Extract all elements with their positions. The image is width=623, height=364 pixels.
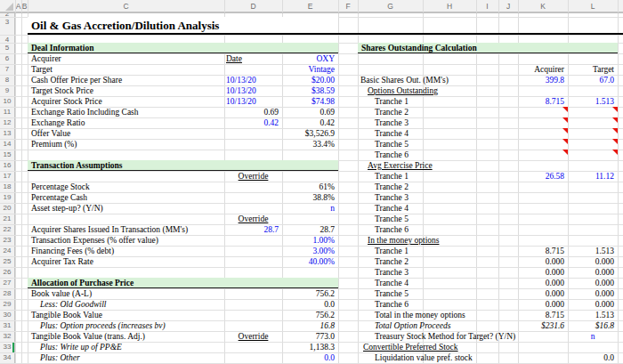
- cell-E31[interactable]: 16.8: [282, 320, 338, 331]
- cell-G32[interactable]: Treasury Stock Method for Target? (Y/N): [358, 331, 518, 342]
- row-header-31[interactable]: 31: [0, 320, 14, 331]
- cell-K27[interactable]: 0.000: [518, 278, 568, 288]
- cell-G12[interactable]: Tranche 3: [358, 117, 518, 128]
- cell-E22[interactable]: 28.7: [282, 224, 338, 235]
- cell-C18[interactable]: Percentage Stock: [28, 182, 224, 192]
- cell-L14[interactable]: [568, 139, 618, 150]
- cell-G9[interactable]: Options Outstanding: [358, 85, 518, 96]
- cell-G10[interactable]: Tranche 1: [358, 96, 518, 107]
- cell-K7[interactable]: Acquirer: [518, 64, 568, 75]
- col-header-K[interactable]: K: [518, 0, 568, 12]
- row-header-17[interactable]: 17: [0, 171, 14, 182]
- cell-K13[interactable]: [518, 128, 568, 139]
- row-header-23[interactable]: 23: [0, 235, 14, 246]
- cell-E24[interactable]: 3.00%: [282, 246, 338, 256]
- row-header-25[interactable]: 25: [0, 256, 14, 267]
- cell-G8[interactable]: Basic Shares Out. (MM's): [358, 75, 518, 85]
- cell-C20[interactable]: Asset step-up? (Y/N): [28, 203, 224, 214]
- col-header-J[interactable]: J: [498, 0, 518, 12]
- cell-L10[interactable]: 1.513: [568, 96, 618, 107]
- row-header-21[interactable]: 21: [0, 214, 14, 224]
- cell-C34[interactable]: Plus: Other: [28, 352, 224, 363]
- cell-G24[interactable]: Tranche 1: [358, 246, 518, 256]
- row-header-15[interactable]: 15: [0, 150, 14, 160]
- cell-D9[interactable]: 10/13/20: [224, 85, 282, 96]
- row-header-14[interactable]: 14: [0, 139, 14, 150]
- cell-E7[interactable]: Vintage: [282, 64, 338, 75]
- cell-L31[interactable]: $16.8: [568, 320, 618, 331]
- cell-C32[interactable]: Tangible Book Value (trans. Adj.): [28, 331, 224, 342]
- cell-E9[interactable]: $38.59: [282, 85, 338, 96]
- row-header-13[interactable]: 13: [0, 128, 14, 139]
- cell-K11[interactable]: [518, 107, 568, 117]
- cell-E12[interactable]: 0.42: [282, 117, 338, 128]
- cell-C25[interactable]: Acquirer Tax Rate: [28, 256, 224, 267]
- row-header-8[interactable]: 8: [0, 75, 14, 85]
- cell-G25[interactable]: Tranche 2: [358, 256, 518, 267]
- cell-D10[interactable]: 10/13/20: [224, 96, 282, 107]
- cell-L34[interactable]: 0.0: [568, 352, 618, 363]
- cell-L7[interactable]: Target: [568, 64, 618, 75]
- cell-K25[interactable]: 0.000: [518, 256, 568, 267]
- cell-G16[interactable]: Avg Exercise Price: [358, 160, 518, 171]
- cell-D22[interactable]: 28.7: [224, 224, 282, 235]
- section-header-5[interactable]: Shares Outstanding Calculation: [358, 43, 618, 53]
- cell-E11[interactable]: 0.69: [282, 107, 338, 117]
- row-header-28[interactable]: 28: [0, 288, 14, 299]
- cell-L25[interactable]: 0.000: [568, 256, 618, 267]
- cell-C14[interactable]: Premium (%): [28, 139, 224, 150]
- cell-E30[interactable]: 756.2: [282, 310, 338, 320]
- cell-L11[interactable]: [568, 107, 618, 117]
- cell-E25[interactable]: 40.00%: [282, 256, 338, 267]
- row-header-3[interactable]: 3: [0, 17, 14, 35]
- cell-K17[interactable]: 26.58: [518, 171, 568, 182]
- cell-C30[interactable]: Tangible Book Value: [28, 310, 224, 320]
- cell-E19[interactable]: 38.8%: [282, 192, 338, 203]
- row-header-26[interactable]: 26: [0, 267, 14, 278]
- col-header-C[interactable]: C: [28, 0, 224, 12]
- cell-E14[interactable]: 33.4%: [282, 139, 338, 150]
- row-header-4[interactable]: 4: [0, 35, 14, 43]
- cell-G14[interactable]: Tranche 5: [358, 139, 518, 150]
- row-header-11[interactable]: 11: [0, 107, 14, 117]
- row-header-10[interactable]: 10: [0, 96, 14, 107]
- cell-G26[interactable]: Tranche 3: [358, 267, 518, 278]
- cell-D11[interactable]: 0.69: [224, 107, 282, 117]
- cell-G20[interactable]: Tranche 4: [358, 203, 518, 214]
- cell-G30[interactable]: Total in the money options: [358, 310, 518, 320]
- cell-G22[interactable]: Tranche 6: [358, 224, 518, 235]
- row-header-12[interactable]: 12: [0, 117, 14, 128]
- cell-L12[interactable]: [568, 117, 618, 128]
- col-header-I[interactable]: I: [476, 0, 498, 12]
- cell-K15[interactable]: [518, 150, 568, 160]
- cell-G18[interactable]: Tranche 2: [358, 182, 518, 192]
- cell-C7[interactable]: Target: [28, 64, 224, 75]
- cell-L32[interactable]: n: [568, 331, 618, 342]
- cell-G19[interactable]: Tranche 3: [358, 192, 518, 203]
- cell-L26[interactable]: 0.000: [568, 267, 618, 278]
- cell-C10[interactable]: Acquirer Stock Price: [28, 96, 224, 107]
- cell-G17[interactable]: Tranche 1: [358, 171, 518, 182]
- cell-C12[interactable]: Exchange Ratio: [28, 117, 224, 128]
- col-header-H[interactable]: H: [423, 0, 476, 12]
- cell-E23[interactable]: 1.00%: [282, 235, 338, 246]
- cell-E28[interactable]: 756.2: [282, 288, 338, 299]
- row-header-27[interactable]: 27: [0, 278, 14, 288]
- cell-G31[interactable]: Total Option Proceeds: [358, 320, 518, 331]
- col-header-L[interactable]: L: [568, 0, 618, 12]
- cell-C28[interactable]: Book value (A-L): [28, 288, 224, 299]
- cell-L30[interactable]: 1.513: [568, 310, 618, 320]
- cell-E13[interactable]: $3,526.9: [282, 128, 338, 139]
- row-header-5[interactable]: 5: [0, 43, 14, 53]
- cell-K26[interactable]: 0.000: [518, 267, 568, 278]
- row-header-22[interactable]: 22: [0, 224, 14, 235]
- row-header-24[interactable]: 24: [0, 246, 14, 256]
- cell-D8[interactable]: 10/13/20: [224, 75, 282, 85]
- row-header-18[interactable]: 18: [0, 182, 14, 192]
- cell-E32[interactable]: 773.0: [282, 331, 338, 342]
- row-header-34[interactable]: 34: [0, 352, 14, 363]
- cell-G15[interactable]: Tranche 6: [358, 150, 518, 160]
- cell-E33[interactable]: 1,138.3: [282, 342, 338, 352]
- cell-K29[interactable]: 0.000: [518, 299, 568, 310]
- col-header-E[interactable]: E: [282, 0, 338, 12]
